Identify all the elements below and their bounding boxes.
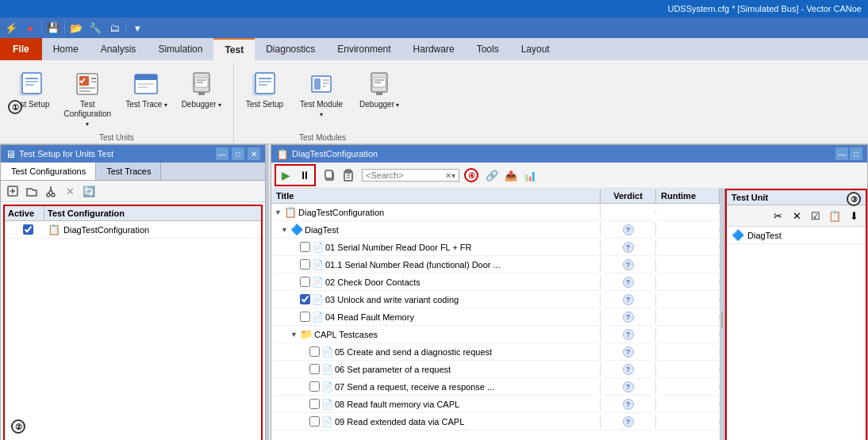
left-panel-close[interactable]: ✕ [248,147,260,160]
row-icon-1: 🔷 [290,224,303,235]
ribbon-btn-test-module[interactable]: Test Module [292,67,351,122]
ribbon-btn-test-trace[interactable]: Test Trace [120,67,172,113]
tree-cell-title-7: ▼ 📁 CAPL Testcases [271,327,601,342]
right-panel-title: DiagTestConfiguration [292,149,378,159]
tree-row-6[interactable]: ▶ 📄 04 Read Fault Memory ? [271,308,720,326]
menu-diagnostics[interactable]: Diagnostics [255,38,326,60]
menu-file[interactable]: File [0,38,42,60]
qa-open-btn[interactable]: 📂 [68,20,84,36]
qa-record-btn[interactable]: ● [22,20,38,36]
right-panel-restore[interactable]: □ [850,147,862,160]
unit-down-btn[interactable]: ⬇ [845,207,862,224]
menu-analysis[interactable]: Analysis [90,38,148,60]
tree-row-12[interactable]: ▶ 📄 09 Read extended data via CAPL ? [271,413,720,430]
expand-7[interactable]: ▼ [290,331,298,339]
tree-row-9[interactable]: ▶ 📄 06 Set parameter of a request ? [271,361,720,378]
search-clear-btn[interactable]: ✕ [445,171,451,180]
row-check-4[interactable] [300,277,310,287]
row-check-9[interactable] [309,364,320,374]
copy-btn[interactable] [321,166,338,184]
tree-row-11[interactable]: ▶ 📄 08 Read fault memory via CAPL ? [271,396,720,413]
tree-runtime-8 [656,350,720,354]
ribbon-btn-test-config[interactable]: Test Configuration [58,67,117,132]
cut-config-btn[interactable] [42,182,60,200]
row-name-8: 05 Create and send a diagnostic request [335,347,492,357]
menu-layout[interactable]: Layout [510,38,561,60]
tab-test-configurations[interactable]: Test Configurations [1,163,96,180]
qa-arrow-btn[interactable]: 🗂 [106,20,122,36]
tree-row-1[interactable]: ▼ 🔷 DiagTest ? [271,221,720,239]
unit-delete-btn[interactable]: ✕ [788,207,805,224]
add-config-btn[interactable] [4,182,21,200]
row-icon-6: 📄 [312,312,324,323]
tree-row-8[interactable]: ▶ 📄 05 Create and send a diagnostic requ… [271,343,720,361]
config-active-cell-0 [8,224,48,235]
search-input[interactable] [366,170,445,180]
tree-row-2[interactable]: ▶ 📄 01 Serial Number Read Door FL + FR ? [271,239,720,256]
paste-btn[interactable] [340,166,357,184]
row-icon-10: 📄 [321,381,333,392]
expand-1[interactable]: ▼ [281,226,289,234]
tree-verdict-6: ? [601,310,656,324]
menu-tools[interactable]: Tools [466,38,510,60]
menu-test[interactable]: Test [213,38,255,60]
export-btn[interactable]: 📤 [502,166,520,184]
tree-row-7[interactable]: ▼ 📁 CAPL Testcases ? [271,326,720,343]
badge-1: ① [8,100,22,114]
open-config-btn[interactable] [23,182,40,200]
row-check-3[interactable] [300,259,310,270]
expand-0[interactable]: ▼ [275,209,282,216]
qa-tool-btn[interactable]: 🔧 [87,20,103,36]
svg-rect-34 [376,92,382,95]
pause-btn[interactable]: ⏸ [296,166,313,184]
resizer-handle [721,312,723,327]
config-row-0[interactable]: 📋 DiagTestConfiguration [5,221,261,239]
tree-row-3[interactable]: ▶ 📄 01.1 Serial Number Read (functional)… [271,256,720,274]
ribbon-btn-debugger-1[interactable]: Debugger [176,67,227,113]
qa-dropdown-btn[interactable]: ▾ [129,20,145,36]
link-btn[interactable]: 🔗 [483,166,501,184]
refresh-config-btn[interactable]: 🔄 [80,182,98,200]
play-btn[interactable]: ▶ [277,166,294,184]
left-panel-minimize[interactable]: — [216,147,229,160]
unit-check-btn[interactable]: ☑ [807,207,824,224]
ribbon-group-test-units: Test Setup ① Test Conf [0,63,234,143]
row-check-2[interactable] [300,242,310,252]
delete-config-btn[interactable]: ✕ [61,182,79,200]
verdict-q-12: ? [623,416,634,427]
tree-runtime-4 [656,281,720,284]
unit-copy-btn[interactable]: 📋 [826,207,843,224]
tree-row-4[interactable]: ▶ 📄 02 Check Door Contacts ? [271,274,720,291]
unit-cut-btn[interactable]: ✂ [769,207,786,224]
chart-btn[interactable]: 📊 [521,166,539,184]
search-dropdown-btn[interactable]: ▾ [451,171,455,180]
row-check-11[interactable] [309,399,320,409]
left-panel-restore[interactable]: □ [232,147,244,160]
unit-row-0[interactable]: 🔷 DiagTest [727,227,866,244]
row-check-10[interactable] [309,381,320,392]
tree-row-0[interactable]: ▼ 📋 DiagTestConfiguration [271,204,720,221]
config-checkbox-0[interactable] [23,224,33,235]
tree-row-10[interactable]: ▶ 📄 07 Send a request, receive a respons… [271,378,720,396]
row-check-5[interactable] [300,294,310,304]
title-text: UDSSystem.cfg * [Simulated Bus] - Vector… [667,4,862,13]
ribbon-btn-test-setup-2[interactable]: Test Setup [240,67,289,113]
row-name-12: 09 Read extended data via CAPL [335,417,464,427]
row-check-12[interactable] [309,416,320,427]
tab-test-traces[interactable]: Test Traces [96,163,161,180]
menu-hardware[interactable]: Hardware [402,38,466,60]
row-check-6[interactable] [300,312,310,322]
right-panel-minimize[interactable]: — [835,147,848,160]
panel-resizer[interactable] [266,144,269,440]
quick-access-toolbar: ⚡ ● 💾 📂 🔧 🗂 ▾ [0,17,868,38]
menu-home[interactable]: Home [42,38,90,60]
menu-simulation[interactable]: Simulation [147,38,213,60]
tree-and-unit: Title Verdict Runtime ▼ 📋 DiagTestConfig… [271,189,867,440]
row-check-8[interactable] [309,346,320,357]
qa-lightning-btn[interactable]: ⚡ [3,20,19,36]
tree-row-5[interactable]: ▶ 📄 03 Unlock and write variant coding ? [271,291,720,308]
qa-save-btn[interactable]: 💾 [45,20,61,36]
tree-verdict-8: ? [601,345,656,359]
menu-environment[interactable]: Environment [326,38,401,60]
ribbon-btn-debugger-2[interactable]: Debugger [354,67,405,113]
